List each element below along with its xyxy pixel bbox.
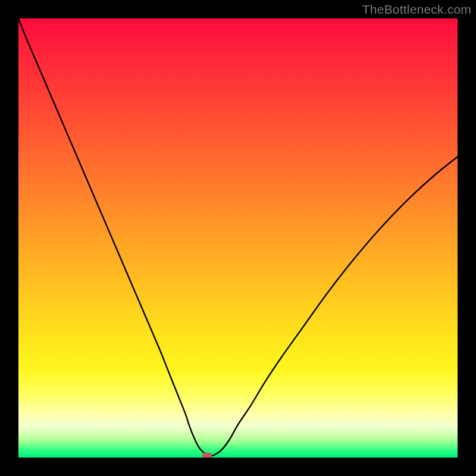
minimum-marker: [202, 453, 212, 458]
plot-area: [18, 18, 458, 458]
chart-frame: TheBottleneck.com: [0, 0, 476, 476]
watermark-text: TheBottleneck.com: [362, 2, 471, 17]
bottleneck-curve: [18, 18, 458, 458]
